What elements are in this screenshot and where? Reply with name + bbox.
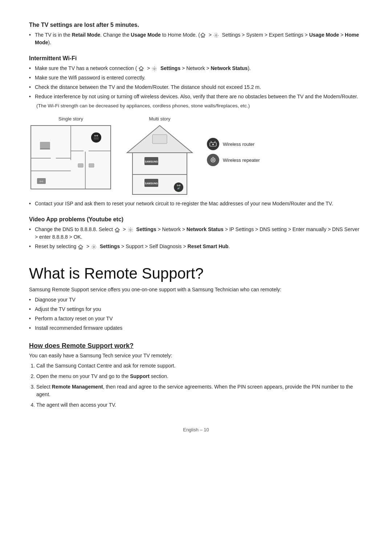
svg-point-39 xyxy=(130,229,131,230)
svg-rect-8 xyxy=(70,160,72,164)
multi-story-house: SAMSUNG SAMSUNG 2×8 🔊 xyxy=(123,124,196,196)
svg-line-32 xyxy=(211,141,212,143)
svg-text:6×8: 6×8 xyxy=(94,135,98,137)
list-item: Diagnose your TV xyxy=(29,296,363,304)
single-story-floorplan: 6×8 ⬛⬛ 0×0 xyxy=(29,124,113,191)
single-story-label: Single story xyxy=(58,116,83,122)
tv-settings-list: The TV is in the Retail Mode. Change the… xyxy=(29,31,363,46)
svg-rect-18 xyxy=(78,164,83,167)
tv-settings-section: The TV settings are lost after 5 minutes… xyxy=(29,22,363,46)
svg-text:SAMSUNG: SAMSUNG xyxy=(145,160,158,163)
svg-rect-10 xyxy=(83,150,89,152)
single-story-diagram: Single story 6×8 xyxy=(29,116,113,191)
svg-point-40 xyxy=(93,246,94,247)
video-app-list: Change the DNS to 8.8.8.8. Select > Sett… xyxy=(29,226,363,250)
how-remote-support-steps: Call the Samsung Contact Centre and ask … xyxy=(29,362,363,409)
repeater-icon xyxy=(207,154,219,166)
list-item: Call the Samsung Contact Centre and ask … xyxy=(36,362,363,370)
list-item: The TV is in the Retail Mode. Change the… xyxy=(29,31,363,46)
list-item: The agent will then access your TV. xyxy=(36,401,363,409)
tv-settings-title: The TV settings are lost after 5 minutes… xyxy=(29,22,363,28)
svg-point-1 xyxy=(154,68,155,69)
multi-story-label: Multi story xyxy=(149,116,170,122)
svg-text:SAMSUNG: SAMSUNG xyxy=(145,182,158,185)
how-remote-support-title: How does Remote Support work? xyxy=(29,342,363,350)
svg-text:⬛⬛: ⬛⬛ xyxy=(94,137,99,140)
remote-support-list: Diagnose your TV Adjust the TV settings … xyxy=(29,296,363,332)
list-item: Make sure the Wifi password is entered c… xyxy=(29,74,363,82)
home-icon xyxy=(115,227,120,233)
list-item: Adjust the TV settings for you xyxy=(29,305,363,313)
list-item: Check the distance between the TV and th… xyxy=(29,83,363,91)
list-item: Change the DNS to 8.8.8.8. Select > Sett… xyxy=(29,226,363,241)
how-remote-support-section: How does Remote Support work? You can ea… xyxy=(29,342,363,409)
list-item: Make sure the TV has a network connectio… xyxy=(29,65,363,72)
list-item: Install recommended firmware updates xyxy=(29,324,363,332)
wifi-after-list: Contact your ISP and ask them to reset y… xyxy=(29,200,363,208)
router-icon xyxy=(207,138,219,150)
how-remote-support-intro: You can easily have a Samsung Tech servi… xyxy=(29,353,363,358)
svg-text:2×8: 2×8 xyxy=(177,184,181,186)
svg-rect-11 xyxy=(40,142,50,148)
intermittent-wifi-section: Intermittent Wi-Fi Make sure the TV has … xyxy=(29,55,363,208)
svg-point-37 xyxy=(213,160,213,160)
retail-mode: Retail Mode xyxy=(72,32,101,38)
home-icon xyxy=(78,245,83,250)
svg-text:🔊: 🔊 xyxy=(177,186,180,190)
list-item: Reduce interference by not using or turn… xyxy=(29,93,363,100)
wifi-diagram: Single story 6×8 xyxy=(29,116,363,196)
intermittent-wifi-title: Intermittent Wi-Fi xyxy=(29,55,363,62)
home-icon xyxy=(200,33,205,38)
remote-support-section: What is Remote Support? Samsung Remote S… xyxy=(29,265,363,332)
gear-icon xyxy=(91,244,97,250)
wireless-repeater-label: Wireless repeater xyxy=(223,157,260,163)
diagram-legend: Wireless router Wireless repeater xyxy=(207,138,260,166)
svg-rect-12 xyxy=(40,148,50,149)
list-item: Open the menu on your TV and go to the S… xyxy=(36,373,363,380)
legend-wireless-repeater: Wireless repeater xyxy=(207,154,260,166)
wireless-router-label: Wireless router xyxy=(223,141,254,147)
remote-support-title: What is Remote Support? xyxy=(29,265,363,282)
svg-rect-9 xyxy=(51,157,56,159)
list-item: Contact your ISP and ask them to reset y… xyxy=(29,200,363,208)
gear-icon xyxy=(152,66,157,71)
svg-line-33 xyxy=(215,141,215,143)
footer-text: English – 10 xyxy=(183,427,209,432)
svg-rect-23 xyxy=(152,135,167,144)
usage-mode: Usage Mode xyxy=(131,32,160,38)
list-item: Select Remote Management, then read and … xyxy=(36,383,363,398)
gear-icon xyxy=(128,227,133,233)
home-icon xyxy=(139,66,144,71)
list-item: Perform a factory reset on your TV xyxy=(29,315,363,323)
remote-support-intro: Samsung Remote Support service offers yo… xyxy=(29,287,363,292)
video-app-section: Video App problems (Youtube etc) Change … xyxy=(29,216,363,250)
svg-rect-19 xyxy=(89,164,94,167)
list-item: Reset by selecting > Settings > Support … xyxy=(29,243,363,250)
page-footer: English – 10 xyxy=(29,427,363,432)
svg-rect-21 xyxy=(132,153,187,174)
wifi-list: Make sure the TV has a network connectio… xyxy=(29,65,363,100)
svg-point-0 xyxy=(215,34,217,36)
video-app-title: Video App problems (Youtube etc) xyxy=(29,216,363,223)
gear-icon xyxy=(213,33,219,38)
legend-wireless-router: Wireless router xyxy=(207,138,260,150)
multi-story-diagram: Multi story SAMSUNG SAMSUNG xyxy=(123,116,196,196)
svg-text:0×0: 0×0 xyxy=(40,180,44,182)
svg-point-34 xyxy=(212,144,214,145)
wifi-note: (The Wi-Fi strength can be decreased by … xyxy=(29,102,363,110)
